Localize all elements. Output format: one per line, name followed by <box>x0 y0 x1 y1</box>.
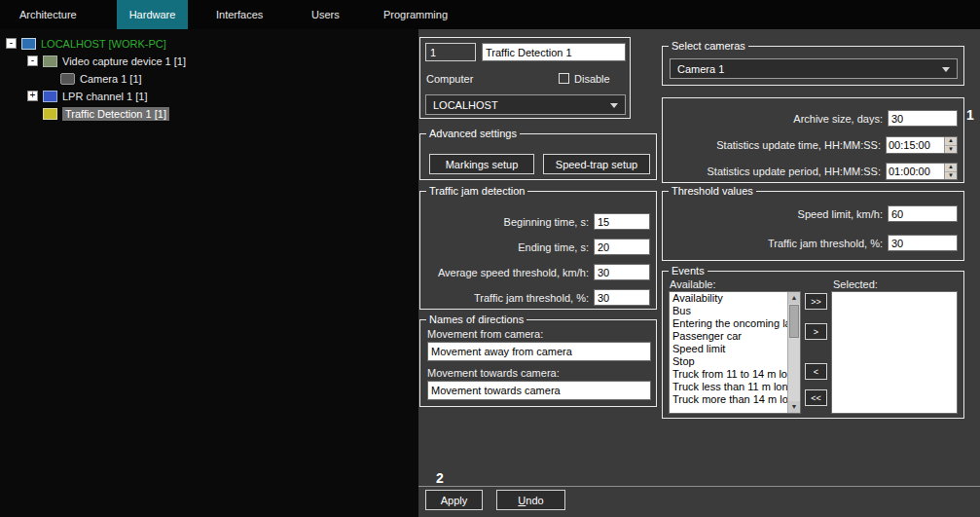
tree-item-lpr-channel[interactable]: + LPR channel 1 [1] <box>0 88 147 104</box>
statistics-update-time-field[interactable] <box>887 137 944 153</box>
events-group: Events Available: Selected: Availability… <box>662 271 964 419</box>
collapse-icon[interactable]: - <box>27 55 38 66</box>
available-events-list[interactable]: Availability Bus Entering the oncoming l… <box>669 291 801 414</box>
list-item[interactable]: Speed limit <box>670 343 787 355</box>
list-item[interactable]: Stop <box>670 355 787 368</box>
movement-towards-camera-field[interactable] <box>427 381 651 400</box>
list-item[interactable]: Truck from 11 to 14 m long <box>670 368 787 381</box>
button-label: > <box>814 327 818 337</box>
group-title: Events <box>669 265 708 277</box>
traffic-jam-detection-group: Traffic jam detection Beginning time, s:… <box>419 191 657 310</box>
identity-panel: Computer Disable LOCALHOST <box>419 37 631 119</box>
group-title: Traffic jam detection <box>426 185 527 197</box>
advanced-settings-group: Advanced settings Markings setup Speed-t… <box>419 133 657 180</box>
disable-checkbox[interactable] <box>559 73 569 84</box>
undo-button[interactable]: Undo <box>496 490 565 510</box>
lpr-channel-icon <box>43 91 57 102</box>
average-speed-threshold-label: Average speed threshold, km/h: <box>438 267 589 278</box>
traffic-jam-threshold-field[interactable] <box>594 289 650 306</box>
speed-trap-setup-button[interactable]: Speed-trap setup <box>543 154 650 174</box>
move-left-button[interactable]: < <box>805 363 827 380</box>
button-label: >> <box>811 297 821 307</box>
movement-from-camera-label: Movement from camera: <box>427 328 543 340</box>
statistics-update-time-label: Statistics update time, HH:MM:SS: <box>716 139 881 151</box>
tree-item-video-capture-device[interactable]: - Video capture device 1 [1] <box>0 53 186 69</box>
tree-item-localhost[interactable]: - LOCALHOST [WORK-PC] <box>0 35 166 52</box>
names-of-directions-group: Names of directions Movement from camera… <box>419 319 657 407</box>
list-item[interactable]: Availability <box>670 292 787 305</box>
tree-item-camera-1[interactable]: Camera 1 [1] <box>0 70 142 87</box>
detector-name-field[interactable] <box>482 43 626 61</box>
traffic-jam-threshold-percent-field[interactable] <box>888 235 958 251</box>
camera-select[interactable]: Camera 1 <box>670 58 958 79</box>
tab-programming[interactable]: Programming <box>383 0 448 29</box>
list-item[interactable]: Truck less than 11 m long <box>670 381 787 393</box>
disable-label: Disable <box>574 73 610 85</box>
scroll-up-icon[interactable]: ▲ <box>788 292 800 304</box>
button-label: < <box>814 367 818 377</box>
select-cameras-group: Select cameras Camera 1 <box>662 46 964 86</box>
traffic-jam-threshold-percent-label: Traffic jam threshold, %: <box>768 238 883 249</box>
statistics-update-time-spinner: ▲ ▼ <box>886 136 958 154</box>
list-item[interactable]: Passenger car <box>670 330 787 343</box>
tree-item-label: Camera 1 [1] <box>80 73 142 85</box>
tree-item-traffic-detection[interactable]: Traffic Detection 1 [1] <box>0 105 169 122</box>
spin-up-icon[interactable]: ▲ <box>945 164 957 172</box>
archive-size-field[interactable] <box>888 110 958 127</box>
camera-select-value: Camera 1 <box>677 63 724 75</box>
spin-down-icon[interactable]: ▼ <box>945 172 957 180</box>
computer-label: Computer <box>426 73 473 85</box>
detector-id-field[interactable] <box>425 43 476 61</box>
list-item[interactable]: Truck more than 14 m long <box>670 393 787 406</box>
annotation-2: 2 <box>436 470 444 486</box>
spin-down-icon[interactable]: ▼ <box>945 146 957 154</box>
device-tree: - LOCALHOST [WORK-PC] - Video capture de… <box>0 29 418 517</box>
group-title: Names of directions <box>426 314 526 325</box>
selected-label: Selected: <box>833 278 878 290</box>
archive-settings-group: Archive size, days: Statistics update ti… <box>662 97 964 183</box>
tab-interfaces[interactable]: Interfaces <box>216 0 263 29</box>
group-title: Select cameras <box>669 40 748 52</box>
tree-item-label: LPR channel 1 [1] <box>62 91 147 102</box>
traffic-detection-icon <box>43 108 57 120</box>
computer-select[interactable]: LOCALHOST <box>425 94 626 115</box>
computer-select-value: LOCALHOST <box>433 99 498 111</box>
ending-time-field[interactable] <box>594 239 650 255</box>
average-speed-threshold-field[interactable] <box>594 264 650 280</box>
traffic-jam-threshold-label: Traffic jam threshold, %: <box>474 292 589 304</box>
archive-size-label: Archive size, days: <box>793 113 883 125</box>
list-item[interactable]: Bus <box>670 305 787 317</box>
markings-setup-button[interactable]: Markings setup <box>429 154 534 174</box>
tree-item-label: LOCALHOST [WORK-PC] <box>41 38 166 50</box>
tab-architecture[interactable]: Architecture <box>19 0 77 29</box>
button-label: Apply <box>441 495 468 506</box>
selected-events-list[interactable] <box>831 291 958 414</box>
button-label: << <box>811 393 821 403</box>
top-tab-bar: Architecture Hardware Interfaces Users P… <box>0 0 980 29</box>
move-all-left-button[interactable]: << <box>805 389 827 406</box>
tab-users[interactable]: Users <box>311 0 340 29</box>
apply-button[interactable]: Apply <box>425 490 483 510</box>
expand-icon[interactable]: + <box>27 91 38 101</box>
chevron-down-icon <box>942 67 950 72</box>
group-title: Advanced settings <box>426 128 520 139</box>
computer-icon <box>21 38 36 50</box>
speed-limit-field[interactable] <box>888 205 958 222</box>
vertical-scrollbar[interactable]: ▲ ▼ <box>787 292 800 413</box>
tab-hardware[interactable]: Hardware <box>117 0 188 29</box>
list-item[interactable]: Entering the oncoming lane <box>670 317 787 330</box>
collapse-icon[interactable]: - <box>6 38 17 49</box>
tree-item-label: Video capture device 1 [1] <box>62 55 186 67</box>
movement-from-camera-field[interactable] <box>427 342 651 361</box>
scroll-thumb[interactable] <box>789 305 799 338</box>
move-all-right-button[interactable]: >> <box>805 293 827 310</box>
move-right-button[interactable]: > <box>805 323 827 340</box>
scroll-down-icon[interactable]: ▼ <box>788 401 800 413</box>
statistics-update-period-field[interactable] <box>887 164 944 179</box>
movement-towards-camera-label: Movement towards camera: <box>427 367 560 379</box>
statistics-update-period-spinner: ▲ ▼ <box>886 163 958 180</box>
camera-icon <box>60 73 75 85</box>
footer-divider <box>418 486 980 487</box>
spin-up-icon[interactable]: ▲ <box>945 137 957 146</box>
beginning-time-field[interactable] <box>594 213 650 230</box>
